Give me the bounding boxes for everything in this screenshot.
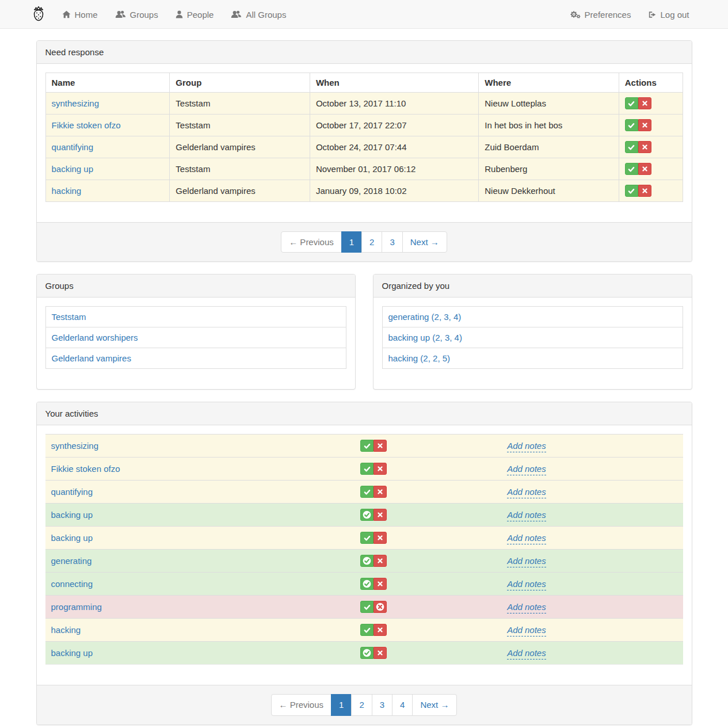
users-icon (115, 10, 126, 18)
brand-logo[interactable] (31, 0, 54, 29)
attend-no-button[interactable] (373, 647, 387, 659)
pagination-page-1[interactable]: 1 (341, 231, 362, 253)
nav-people[interactable]: People (167, 0, 223, 29)
activity-notes-cell: Add notes (415, 619, 683, 642)
attend-button-group (360, 647, 387, 659)
attend-no-button[interactable] (638, 185, 651, 197)
attend-button-group (360, 486, 387, 498)
check-circle-icon (363, 510, 371, 519)
activity-link[interactable]: hacking (52, 186, 82, 196)
nav-all-groups[interactable]: All Groups (222, 0, 295, 29)
add-notes-link[interactable]: Add notes (507, 625, 546, 636)
need-response-row: quantifyingGelderland vampiresOctober 24… (45, 136, 683, 158)
group-cell: Gelderland vampires (170, 136, 310, 158)
attend-no-button[interactable] (373, 463, 387, 475)
attend-no-button[interactable] (373, 578, 387, 590)
attend-no-button[interactable] (373, 509, 387, 521)
activity-link[interactable]: backing up (51, 533, 93, 543)
nav-groups[interactable]: Groups (106, 0, 167, 29)
attend-yes-button[interactable] (360, 578, 373, 590)
user-icon (176, 10, 183, 18)
attend-yes-button[interactable] (360, 440, 373, 452)
organized-activity-link[interactable]: hacking (2, 2, 5) (388, 353, 451, 363)
nav-preferences[interactable]: Preferences (561, 0, 640, 29)
activity-link[interactable]: backing up (51, 510, 93, 520)
activity-link[interactable]: generating (51, 556, 92, 566)
attend-no-button[interactable] (373, 486, 387, 498)
add-notes-link[interactable]: Add notes (507, 648, 546, 660)
pagination-page-3[interactable]: 3 (382, 231, 402, 253)
attend-yes-button[interactable] (625, 185, 638, 197)
add-notes-link[interactable]: Add notes (507, 441, 546, 452)
pagination-next[interactable]: Next → (402, 231, 447, 253)
attend-yes-button[interactable] (360, 509, 373, 521)
activity-link[interactable]: Fikkie stoken ofzo (51, 464, 120, 474)
activity-link[interactable]: quantifying (51, 487, 93, 497)
pagination-page-2[interactable]: 2 (351, 694, 372, 715)
group-link[interactable]: Gelderland vampires (52, 353, 131, 363)
check-icon (364, 535, 371, 542)
pagination-page-1[interactable]: 1 (331, 694, 352, 715)
organized-activity-link[interactable]: generating (2, 3, 4) (388, 312, 462, 322)
attend-yes-button[interactable] (360, 647, 373, 659)
attend-yes-button[interactable] (360, 555, 373, 567)
group-cell: Teststam (170, 93, 310, 115)
attend-button-group (360, 578, 387, 590)
attend-yes-button[interactable] (360, 486, 373, 498)
attend-no-button[interactable] (373, 624, 387, 636)
activity-actions-cell (332, 596, 415, 619)
activity-link[interactable]: hacking (51, 625, 81, 635)
activity-name-cell: quantifying (45, 481, 333, 504)
activity-link[interactable]: programming (51, 602, 102, 612)
attend-no-button[interactable] (373, 532, 387, 544)
activity-link[interactable]: synthesizing (51, 441, 99, 451)
attend-yes-button[interactable] (360, 532, 373, 544)
attend-no-button[interactable] (638, 97, 651, 109)
attend-yes-button[interactable] (625, 141, 638, 153)
attend-no-button[interactable] (373, 440, 387, 452)
activity-link[interactable]: Fikkie stoken ofzo (52, 120, 121, 130)
activity-name-cell: synthesizing (45, 434, 333, 458)
attend-yes-button[interactable] (360, 601, 373, 613)
organized-activity-link[interactable]: backing up (2, 3, 4) (388, 333, 462, 342)
attend-yes-button[interactable] (360, 624, 373, 636)
add-notes-link[interactable]: Add notes (507, 487, 546, 498)
activity-notes-cell: Add notes (415, 527, 683, 550)
add-notes-link[interactable]: Add notes (507, 533, 546, 544)
pagination-page-3[interactable]: 3 (372, 694, 392, 715)
activity-link[interactable]: connecting (51, 579, 93, 589)
activity-row: backing upAdd notes (45, 642, 683, 665)
activity-link[interactable]: quantifying (52, 142, 94, 152)
check-circle-icon (363, 580, 371, 588)
attend-no-button[interactable] (638, 119, 651, 131)
pagination-page-4[interactable]: 4 (392, 694, 413, 715)
attend-yes-button[interactable] (625, 163, 638, 175)
attend-yes-button[interactable] (625, 97, 638, 109)
name-cell: quantifying (45, 136, 170, 158)
need-response-row: backing upTeststamNovember 01, 2017 06:1… (45, 158, 683, 180)
attend-no-button[interactable] (638, 163, 651, 175)
add-notes-link[interactable]: Add notes (507, 602, 546, 613)
attend-no-button[interactable] (373, 555, 387, 567)
group-link[interactable]: Gelderland worshipers (52, 333, 138, 342)
activity-link[interactable]: backing up (52, 164, 94, 174)
attend-yes-button[interactable] (625, 119, 638, 131)
attend-yes-button[interactable] (360, 463, 373, 475)
add-notes-link[interactable]: Add notes (507, 579, 546, 590)
activities-table: synthesizingAdd notesFikkie stoken ofzoA… (45, 434, 683, 665)
add-notes-link[interactable]: Add notes (507, 464, 546, 475)
activity-notes-cell: Add notes (415, 573, 683, 596)
group-link[interactable]: Teststam (52, 312, 86, 322)
pagination-page-2[interactable]: 2 (361, 231, 382, 253)
pagination-next[interactable]: Next → (412, 694, 457, 715)
attend-no-button[interactable] (373, 601, 387, 613)
nav-home[interactable]: Home (54, 0, 106, 29)
attend-no-button[interactable] (638, 141, 651, 153)
add-notes-link[interactable]: Add notes (507, 510, 546, 521)
nav-logout[interactable]: Log out (639, 0, 697, 29)
activity-row: programmingAdd notes (45, 596, 683, 619)
activity-link[interactable]: synthesizing (52, 98, 100, 108)
activity-link[interactable]: backing up (51, 648, 93, 658)
check-icon (364, 443, 371, 449)
add-notes-link[interactable]: Add notes (507, 556, 546, 567)
